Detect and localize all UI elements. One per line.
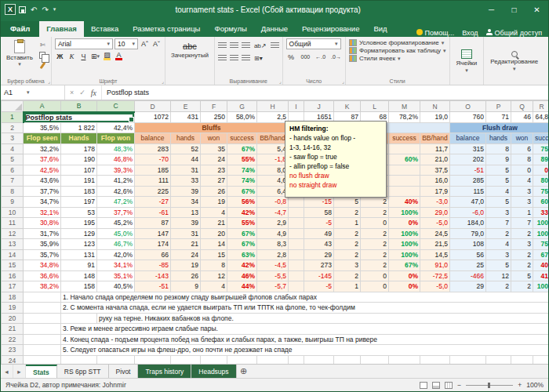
row-header-4[interactable]: 4 xyxy=(2,143,24,154)
cell-F15[interactable]: 8 xyxy=(201,260,227,271)
cell-P9[interactable]: 5 xyxy=(486,197,511,208)
col-header-F[interactable]: F xyxy=(201,101,227,112)
row-header-2[interactable]: 2 xyxy=(2,122,24,133)
cell-F1[interactable]: 250 xyxy=(201,112,227,123)
cell-K16[interactable]: 2 xyxy=(334,270,361,281)
cell-J24[interactable] xyxy=(304,355,334,364)
cell-E3[interactable]: hands xyxy=(171,133,201,144)
cell-G1[interactable]: 58,0% xyxy=(227,112,257,123)
add-sheet-button[interactable]: ⊕ xyxy=(237,365,251,378)
comma-style-button[interactable]: 000 xyxy=(300,52,311,62)
clipboard-dialog-launcher[interactable]: ⌟ xyxy=(48,78,50,84)
cell-H12[interactable]: 4,9 xyxy=(257,228,289,239)
redo-icon[interactable]: ↷ xyxy=(42,5,48,14)
cell-A21[interactable] xyxy=(24,324,61,335)
cell-B17[interactable]: 158 xyxy=(61,281,97,292)
cell-O15[interactable]: 25 xyxy=(450,260,486,271)
cell-H11[interactable]: 2,9 xyxy=(257,218,289,229)
col-header-P[interactable]: P xyxy=(486,101,511,112)
cell-K17[interactable]: 1 xyxy=(334,281,361,292)
cell-R13[interactable]: 75 xyxy=(533,239,549,250)
tell-me-help[interactable]: Помощ... xyxy=(416,29,455,37)
cell-G6[interactable]: 74% xyxy=(227,165,257,176)
cell-R24[interactable] xyxy=(533,355,549,364)
cell-E5[interactable]: 44 xyxy=(171,154,201,165)
conditional-formatting-button[interactable]: Условное форматирование▾ xyxy=(349,39,446,46)
strikethrough-button[interactable]: abc Зачеркнутый xyxy=(169,38,211,78)
cell-B22[interactable]: 4. Конец спада - подъем процента побед н… xyxy=(61,334,549,345)
italic-button[interactable]: К xyxy=(67,51,77,61)
fill-color-icon[interactable]: ▨ xyxy=(102,51,112,61)
cell-I14[interactable] xyxy=(289,249,304,260)
cell-B12[interactable]: 129 xyxy=(61,228,97,239)
cell-J13[interactable]: 43 xyxy=(304,239,334,250)
cell-R16[interactable]: 41 xyxy=(533,270,549,281)
cell-R1[interactable]: 64,8 xyxy=(533,112,549,123)
maximize-icon[interactable]: □ xyxy=(503,1,525,18)
cell-A7[interactable]: 43,6% xyxy=(24,176,61,187)
cell-O10[interactable]: -6,0 xyxy=(450,207,486,218)
ribbon-tab-3[interactable]: Разметка страницы xyxy=(125,21,207,37)
cell-J9[interactable]: -15 xyxy=(304,197,334,208)
cell-K11[interactable]: 1 xyxy=(334,218,361,229)
cell-C2[interactable]: 42,4% xyxy=(97,122,135,133)
cell-O12[interactable]: 79,0 xyxy=(450,228,486,239)
cell-D2[interactable]: Bluffs xyxy=(135,122,289,133)
sheet-tab-2[interactable]: Pivot xyxy=(109,365,139,378)
cell-A4[interactable]: 32,2% xyxy=(24,143,61,154)
undo-icon[interactable]: ↶ xyxy=(31,5,37,14)
cell-I11[interactable] xyxy=(289,218,304,229)
name-box-arrow-icon[interactable]: ▾ xyxy=(27,89,30,96)
cell-A14[interactable]: 35,7% xyxy=(24,249,61,260)
cell-B6[interactable]: 107 xyxy=(61,165,97,176)
sheet-tab-1[interactable]: RS 6pp STT xyxy=(57,365,109,378)
col-header-R[interactable]: R xyxy=(533,101,549,112)
cell-N9[interactable]: -3,0 xyxy=(420,197,450,208)
cell-C13[interactable]: 46,7% xyxy=(97,239,135,250)
paste-button[interactable]: Вставить▾ xyxy=(4,38,35,78)
cell-P16[interactable]: 12 xyxy=(486,270,511,281)
cell-H10[interactable]: -4,7 xyxy=(257,207,289,218)
col-header-K[interactable]: K xyxy=(334,101,361,112)
cell-D14[interactable]: 66 xyxy=(135,249,171,260)
cell-D5[interactable]: -70 xyxy=(135,154,171,165)
cell-D16[interactable]: -143 xyxy=(135,270,171,281)
cell-C4[interactable]: 48,3% xyxy=(97,143,135,154)
cell-L13[interactable]: 2 xyxy=(361,239,389,250)
cell-K12[interactable]: 2 xyxy=(334,228,361,239)
font-name-select[interactable]: Arial▾ xyxy=(55,38,113,49)
cell-D24[interactable] xyxy=(135,355,171,364)
number-format-select[interactable]: Общий▾ xyxy=(286,38,341,49)
cell-G7[interactable]: 74% xyxy=(227,176,257,187)
cell-I10[interactable] xyxy=(289,207,304,218)
cell-P7[interactable]: 5 xyxy=(486,176,511,187)
font-color-icon[interactable]: А xyxy=(114,51,124,61)
cell-N8[interactable]: 17,9 xyxy=(420,186,450,197)
cell-N6[interactable]: 37,5 xyxy=(420,165,450,176)
cell-B20[interactable] xyxy=(61,313,97,324)
underline-button[interactable]: Ч xyxy=(78,51,89,61)
cell-A19[interactable] xyxy=(24,303,61,314)
alignment-dialog-launcher[interactable]: ⌟ xyxy=(279,78,282,84)
cell-N24[interactable] xyxy=(420,355,450,364)
cell-D17[interactable]: -51 xyxy=(135,281,171,292)
cell-C16[interactable]: 35,1% xyxy=(97,270,135,281)
cell-E8[interactable]: 39 xyxy=(171,186,201,197)
cell-M1[interactable]: 78,2% xyxy=(389,112,420,123)
cell-P11[interactable]: 7 xyxy=(486,218,511,229)
cell-O24[interactable] xyxy=(450,355,486,364)
cell-E13[interactable]: 21 xyxy=(171,239,201,250)
cell-F5[interactable]: 24 xyxy=(201,154,227,165)
cell-Q1[interactable]: 46 xyxy=(511,112,533,123)
col-header-J[interactable]: J xyxy=(304,101,334,112)
row-header-10[interactable]: 10 xyxy=(2,207,24,218)
cell-P3[interactable]: hands xyxy=(486,133,511,144)
format-as-table-button[interactable]: Форматировать как таблицу▾ xyxy=(349,47,446,54)
cell-A12[interactable]: 31,7% xyxy=(24,228,61,239)
cell-R4[interactable]: 75 xyxy=(533,143,549,154)
cell-Q15[interactable]: 2 xyxy=(511,260,533,271)
cell-C5[interactable]: 46,8% xyxy=(97,154,135,165)
cell-E4[interactable]: 52 xyxy=(171,143,201,154)
cell-N17[interactable]: -5,0 xyxy=(420,281,450,292)
cell-J12[interactable]: 49 xyxy=(304,228,334,239)
